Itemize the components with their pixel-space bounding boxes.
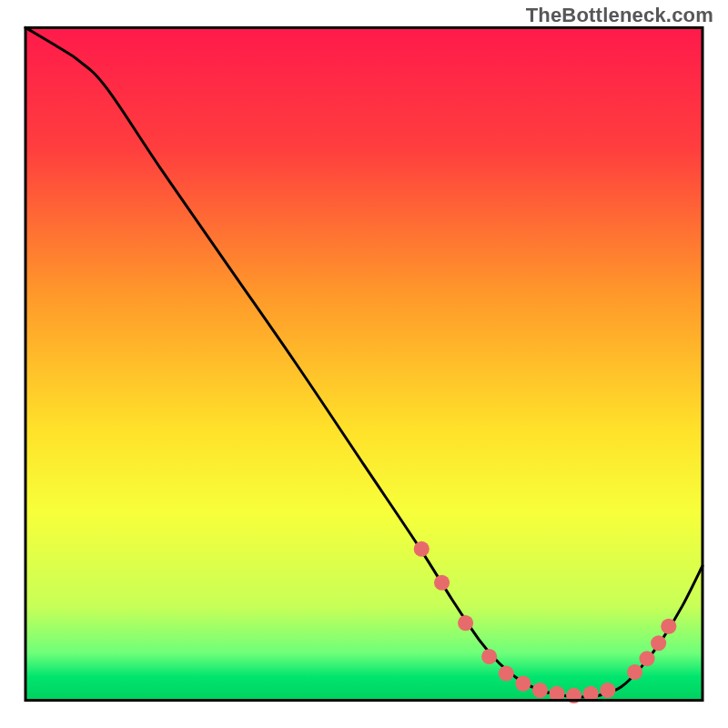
curve-marker — [600, 682, 615, 698]
curve-marker — [532, 682, 548, 698]
chart-container: TheBottleneck.com — [0, 0, 728, 728]
plot-background — [25, 27, 703, 700]
curve-marker — [499, 665, 514, 681]
curve-marker — [414, 541, 430, 557]
curve-marker — [639, 651, 654, 666]
curve-marker — [515, 676, 531, 692]
curve-marker — [627, 664, 642, 680]
curve-marker — [651, 635, 666, 651]
curve-marker — [481, 649, 497, 664]
bottleneck-chart — [0, 0, 728, 728]
curve-marker — [458, 615, 473, 631]
curve-marker — [434, 575, 450, 591]
curve-marker — [661, 619, 676, 634]
watermark-text: TheBottleneck.com — [526, 4, 713, 27]
